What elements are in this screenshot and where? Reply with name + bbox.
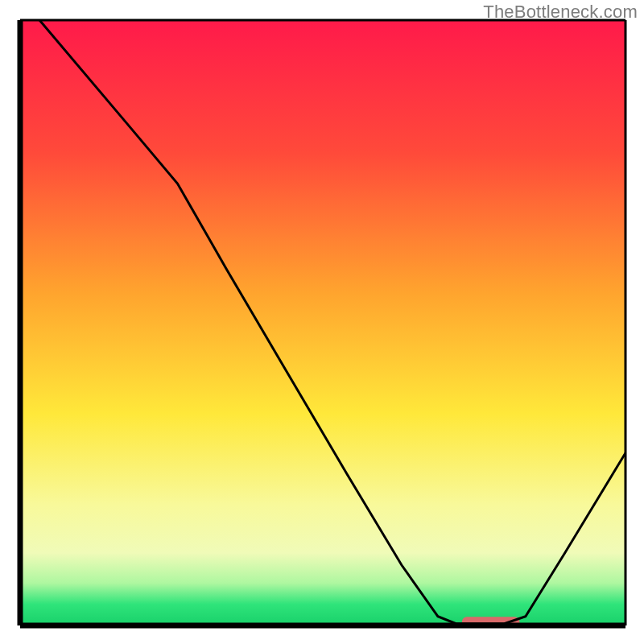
chart-container: { "watermark": "TheBottleneck.com", "cha… bbox=[0, 0, 644, 644]
watermark-text: TheBottleneck.com bbox=[483, 2, 638, 23]
bottleneck-chart bbox=[0, 0, 644, 644]
gradient-background bbox=[20, 20, 625, 625]
